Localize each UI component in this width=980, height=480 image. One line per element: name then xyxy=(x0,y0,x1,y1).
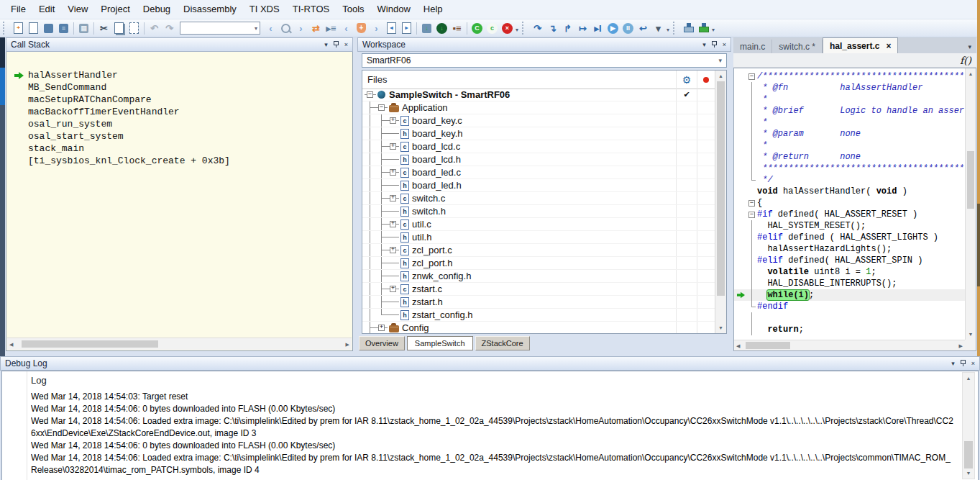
breakpoint-gutter[interactable] xyxy=(734,312,747,324)
code-line[interactable]: * @brief Logic to handle an assert xyxy=(734,105,965,117)
scrollbar-thumb[interactable] xyxy=(746,342,790,349)
breakpoint-gutter[interactable] xyxy=(734,163,747,174)
tree-item-config[interactable]: Config xyxy=(362,322,715,333)
workspace-tab-overview[interactable]: Overview xyxy=(359,336,405,350)
step-over-icon[interactable]: ↷ xyxy=(530,21,545,36)
tree-item-zcl-port-c[interactable]: czcl_port.c xyxy=(362,244,715,257)
scroll-right-icon[interactable]: ▶ xyxy=(346,342,349,347)
code-line[interactable]: * xyxy=(734,94,965,105)
save-all-icon[interactable]: ≡ xyxy=(56,21,71,36)
new-document-icon[interactable]: + xyxy=(11,21,26,36)
tree-item-board-lcd-h[interactable]: hboard_lcd.h xyxy=(362,153,715,166)
tree-item-board-key-c[interactable]: cboard_key.c xyxy=(362,114,715,127)
code-line[interactable] xyxy=(734,312,965,324)
menu-item-help[interactable]: Help xyxy=(417,0,449,19)
tree-item-util-c[interactable]: cutil.c xyxy=(362,218,715,231)
breakpoint-gutter[interactable] xyxy=(734,128,747,140)
scroll-left-icon[interactable]: ◀ xyxy=(9,342,13,347)
code-line[interactable]: halAssertHazardLights(); xyxy=(734,243,965,255)
breakpoint-gutter[interactable] xyxy=(734,174,747,186)
call-stack-frame-macsetupratchancompare[interactable]: macSetupRATChanCompare xyxy=(9,94,351,106)
call-stack-frame-osal-start-system[interactable]: osal_start_system xyxy=(9,130,351,142)
scroll-up-icon[interactable]: ▲ xyxy=(963,376,974,381)
run-to-cursor-icon[interactable]: ▸I xyxy=(590,21,605,36)
quick-search-combobox[interactable]: ▾ xyxy=(180,22,260,35)
toolbar-overflow-icon[interactable]: ▾ xyxy=(515,23,521,33)
pin-icon[interactable] xyxy=(712,40,717,49)
menu-item-debug[interactable]: Debug xyxy=(137,0,177,19)
breakpoint-gutter[interactable] xyxy=(734,105,747,117)
breakpoint-gutter[interactable] xyxy=(734,151,747,163)
scroll-right-icon[interactable]: ▶ xyxy=(959,343,963,348)
editor-tab-main-c[interactable]: main.c xyxy=(733,40,772,53)
menu-item-edit[interactable]: Edit xyxy=(32,0,61,19)
find-next-icon[interactable]: › xyxy=(293,21,308,36)
editor-tab-switch-c[interactable]: switch.c * xyxy=(772,40,823,53)
code-area[interactable]: /***************************************… xyxy=(734,71,965,340)
find-previous-icon[interactable]: ‹ xyxy=(263,21,278,36)
menu-item-project[interactable]: Project xyxy=(94,0,136,19)
download-icon[interactable]: ↓ xyxy=(419,21,434,36)
editor-tabs-dropdown-icon[interactable]: ▾ xyxy=(968,43,976,53)
previous-bookmark-icon[interactable]: ◂ xyxy=(384,21,399,36)
download-and-debug-icon[interactable]: ↓ xyxy=(434,21,449,36)
menu-item-window[interactable]: Window xyxy=(371,0,417,19)
tree-item-board-lcd-c[interactable]: cboard_lcd.c xyxy=(362,140,715,153)
expand-plus-icon[interactable] xyxy=(388,218,399,230)
breakpoint-gutter[interactable] xyxy=(734,243,747,255)
scrollbar-thumb[interactable] xyxy=(964,441,973,468)
editor-hscrollbar[interactable]: ◀ ▶ xyxy=(734,340,965,350)
menu-item-view[interactable]: View xyxy=(61,0,94,19)
scroll-left-icon[interactable]: ◀ xyxy=(736,343,740,348)
stack-usage-icon[interactable] xyxy=(681,21,696,36)
reset-icon[interactable]: C xyxy=(470,21,485,36)
goto-list-icon[interactable]: ▸≡ xyxy=(324,21,339,36)
expand-plus-icon[interactable] xyxy=(376,322,388,333)
code-line[interactable]: #if defined( HAL_ASSERT_RESET ) xyxy=(734,209,965,220)
code-line[interactable]: HAL_DISABLE_INTERRUPTS(); xyxy=(734,278,965,289)
expand-plus-icon[interactable] xyxy=(388,192,399,204)
pin-icon[interactable] xyxy=(961,359,966,368)
code-line[interactable]: volatile uint8 i = 1; xyxy=(734,266,965,278)
function-list-button[interactable]: f() xyxy=(960,55,971,66)
code-line[interactable]: * @param none xyxy=(734,128,965,140)
tree-item-util-h[interactable]: hutil.h xyxy=(362,231,715,244)
scroll-down-icon[interactable]: ▼ xyxy=(966,332,976,337)
tree-item-board-led-h[interactable]: hboard_led.h xyxy=(362,179,715,192)
next-statement-icon[interactable]: ↦ xyxy=(575,21,590,36)
chevron-down-icon[interactable]: ▾ xyxy=(718,57,722,64)
navigate-back-icon[interactable]: ‹ xyxy=(339,21,354,36)
code-editor[interactable]: /***************************************… xyxy=(733,68,976,351)
scroll-up-icon[interactable]: ▲ xyxy=(715,73,726,78)
tree-item-switch-h[interactable]: hswitch.h xyxy=(362,205,715,218)
undo-icon[interactable]: ↶ xyxy=(147,21,162,36)
panel-menu-icon[interactable]: ▾ xyxy=(702,42,706,48)
expand-plus-icon[interactable] xyxy=(388,283,399,295)
code-line[interactable]: ****************************************… xyxy=(734,163,965,174)
panel-menu-icon[interactable]: ▾ xyxy=(951,361,955,367)
tree-item-zstart-config-h[interactable]: hzstart_config.h xyxy=(362,309,715,322)
print-icon[interactable]: ▤ xyxy=(76,21,91,36)
breakpoint-gutter[interactable] xyxy=(734,220,747,232)
call-stack-frame-macbackofftimereventhandler[interactable]: macBackoffTimerEventHandler xyxy=(9,106,351,118)
stack-usage-add-icon[interactable] xyxy=(696,21,711,36)
breakpoint-gutter[interactable] xyxy=(734,278,747,289)
menu-item-disassembly[interactable]: Disassembly xyxy=(177,0,243,19)
next-bookmark-icon[interactable]: ▸ xyxy=(399,21,414,36)
code-line[interactable]: while(i); xyxy=(734,289,965,301)
code-line[interactable]: * @fn halAssertHandler xyxy=(734,82,965,94)
copy-icon[interactable] xyxy=(111,21,127,36)
call-stack-hscrollbar[interactable]: ◀ ▶ xyxy=(7,338,352,350)
debug-log-vscrollbar[interactable]: ▲ ▼ xyxy=(962,372,975,479)
code-line[interactable]: { xyxy=(734,197,965,209)
call-stack-frame-osal-run-system[interactable]: osal_run_system xyxy=(9,118,351,130)
call-stack-frame-stack-main[interactable]: stack_main xyxy=(9,142,351,155)
breakpoint-gutter[interactable] xyxy=(734,232,747,243)
close-icon[interactable]: × xyxy=(723,42,726,48)
navigate-swap-icon[interactable]: ⇄ xyxy=(308,21,324,36)
menu-item-ti-xds[interactable]: TI XDS xyxy=(243,0,286,19)
tree-item-zstart-c[interactable]: czstart.c xyxy=(362,283,715,296)
step-out-icon[interactable]: ↱ xyxy=(560,21,575,36)
editor-tab-hal-assert-c[interactable]: hal_assert.c× xyxy=(823,37,898,53)
extra-images-icon[interactable]: ▪≡ xyxy=(449,21,464,36)
